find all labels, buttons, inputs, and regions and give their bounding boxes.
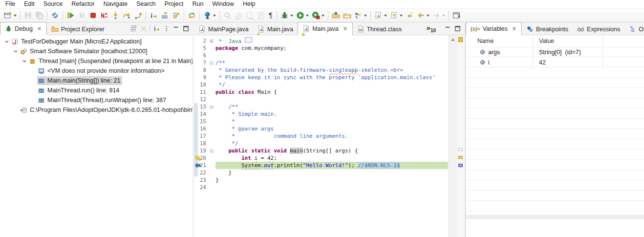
code-text[interactable]: * — [215, 118, 448, 125]
code-text[interactable]: /** — [215, 103, 448, 110]
step-return-button[interactable] — [133, 10, 143, 21]
menu-search[interactable]: Search — [132, 0, 160, 9]
code-text[interactable]: public class Main { — [215, 88, 448, 96]
search-button[interactable] — [353, 10, 368, 21]
terminate-button[interactable] — [88, 10, 98, 21]
code-line[interactable]: 14 * Simple main. — [194, 110, 448, 118]
column-header-name[interactable]: Name — [477, 35, 494, 47]
menu-source[interactable]: Source — [39, 0, 67, 9]
dropdown-arrow-icon[interactable] — [14, 15, 17, 17]
suspend-button[interactable] — [77, 10, 87, 21]
fold-ruler[interactable] — [207, 96, 215, 103]
terminate-relaunch-button[interactable] — [99, 10, 109, 21]
collapse-all-button[interactable] — [129, 23, 138, 33]
dropdown-arrow-icon[interactable] — [427, 15, 429, 17]
code-line[interactable]: 10 */ — [194, 81, 448, 88]
variable-row[interactable]: i42 — [466, 57, 644, 67]
menu-window[interactable]: Window — [208, 0, 238, 9]
tree-indent[interactable] — [29, 77, 37, 85]
lamp-warning-icon[interactable] — [194, 155, 202, 161]
line-number[interactable]: 19 — [194, 147, 207, 154]
tree-indent[interactable] — [12, 106, 20, 114]
code-line[interactable]: 19 public static void main(String[] args… — [194, 147, 448, 154]
step-into-button[interactable] — [110, 10, 121, 21]
more-editors-button[interactable]: »10 — [427, 23, 436, 33]
code-line[interactable]: 15 * — [194, 118, 448, 125]
tab-debug[interactable]: Debug — [0, 22, 47, 35]
overview-ruler[interactable] — [457, 35, 464, 237]
code-text[interactable]: * Please keep it in sync with the proper… — [215, 74, 448, 81]
fold-ruler[interactable] — [207, 162, 215, 169]
tree-row[interactable]: Smart Software Simulator [localhost:1200… — [0, 46, 193, 56]
open-resource-button[interactable] — [342, 10, 352, 21]
scroll-up-arrow-icon[interactable] — [451, 38, 455, 41]
fold-ruler[interactable] — [207, 110, 215, 118]
menu-help[interactable]: Help — [238, 0, 260, 9]
forward-button[interactable] — [431, 10, 446, 21]
line-number[interactable]: 15 — [194, 118, 207, 125]
tab-expressions[interactable]: Expressions — [573, 23, 624, 35]
menu-edit[interactable]: Edit — [20, 0, 39, 9]
fold-ruler[interactable] — [207, 88, 215, 96]
debug-launch-tree[interactable]: TestForDebugger Main [MicroEJ Applicatio… — [0, 35, 193, 237]
minimize-button[interactable] — [443, 23, 452, 33]
open-type-button[interactable] — [331, 10, 341, 21]
eraser-button[interactable] — [234, 10, 244, 21]
code-text[interactable]: int i = 42; — [215, 154, 448, 162]
instruction-pointer-breakpoint-icon[interactable] — [194, 162, 202, 169]
step-into-selection-button[interactable] — [149, 10, 159, 21]
fold-ruler[interactable] — [207, 184, 215, 191]
fold-ruler[interactable] — [207, 44, 215, 52]
code-line[interactable]: 22 } — [194, 169, 448, 176]
code-line[interactable]: 11public class Main { — [194, 88, 448, 96]
menu-navigate[interactable]: Navigate — [99, 0, 132, 9]
tab-project-explorer[interactable]: Project Explorer — [47, 23, 109, 35]
chevron-down-icon[interactable] — [3, 38, 11, 45]
code-text[interactable]: } — [215, 176, 448, 184]
code-line[interactable]: 8 * Generated by the build-firmware-sing… — [194, 66, 448, 74]
tree-row[interactable]: TestForDebugger Main [MicroEJ Applicatio… — [0, 37, 193, 46]
fold-plus-icon[interactable] — [207, 37, 215, 44]
show-whitespace-button[interactable]: ¶ — [267, 10, 274, 21]
search-references-button[interactable] — [222, 10, 233, 21]
code-line[interactable]: 13 /** — [194, 103, 448, 110]
chevron-down-icon[interactable] — [12, 47, 20, 55]
code-line[interactable]: 9 * Please keep it in sync with the prop… — [194, 74, 448, 81]
dropdown-arrow-icon[interactable] — [213, 15, 216, 17]
code-text[interactable]: } — [215, 169, 448, 176]
tree-row[interactable]: <VM does not provide monitor information… — [0, 66, 193, 76]
line-number[interactable]: 18 — [194, 140, 207, 147]
drop-to-frame-button[interactable] — [160, 10, 170, 21]
fold-ruler[interactable] — [207, 66, 215, 74]
line-number[interactable]: 6 — [194, 52, 207, 59]
code-line[interactable]: 2 * Java — [194, 37, 448, 44]
line-number[interactable]: 14 — [194, 110, 207, 118]
previous-annotation-button[interactable] — [389, 10, 404, 21]
line-number[interactable]: 11 — [194, 88, 207, 96]
overview-warning-marker[interactable] — [458, 156, 463, 159]
code-text[interactable] — [215, 184, 448, 191]
line-number[interactable]: 12 — [194, 96, 207, 103]
line-number[interactable]: 23 — [194, 176, 207, 184]
line-number[interactable]: 5 — [194, 44, 207, 52]
code-line[interactable]: 21 System.out.println("Hello World!"); /… — [194, 162, 448, 169]
dropdown-arrow-icon[interactable] — [322, 15, 324, 17]
minimize-button[interactable] — [171, 23, 181, 33]
fold-minus-icon[interactable] — [207, 147, 215, 154]
code-line[interactable]: 23} — [194, 176, 448, 184]
fold-ruler[interactable] — [207, 118, 215, 125]
tree-row[interactable]: Thread [main] (Suspended (breakpoint at … — [0, 56, 193, 66]
dropdown-arrow-icon[interactable] — [384, 15, 387, 17]
code-line[interactable]: 24 — [194, 184, 448, 191]
dropdown-arrow-icon[interactable] — [306, 15, 309, 17]
fold-ruler[interactable] — [207, 52, 215, 59]
code-text[interactable]: System.out.println("Hello World!"); //$N… — [215, 162, 448, 169]
dropdown-arrow-icon[interactable] — [290, 15, 293, 17]
code-text[interactable]: * Generated by the build-firmware-single… — [215, 66, 448, 74]
column-header-value[interactable]: Value — [539, 35, 554, 47]
dropdown-arrow-icon[interactable] — [364, 15, 367, 17]
tab-breakpoints[interactable]: Breakpoints — [522, 23, 573, 35]
tree-indent[interactable] — [29, 67, 37, 75]
tab-main-java[interactable]: Main.java — [253, 23, 298, 35]
line-number[interactable]: 2 — [194, 37, 207, 44]
